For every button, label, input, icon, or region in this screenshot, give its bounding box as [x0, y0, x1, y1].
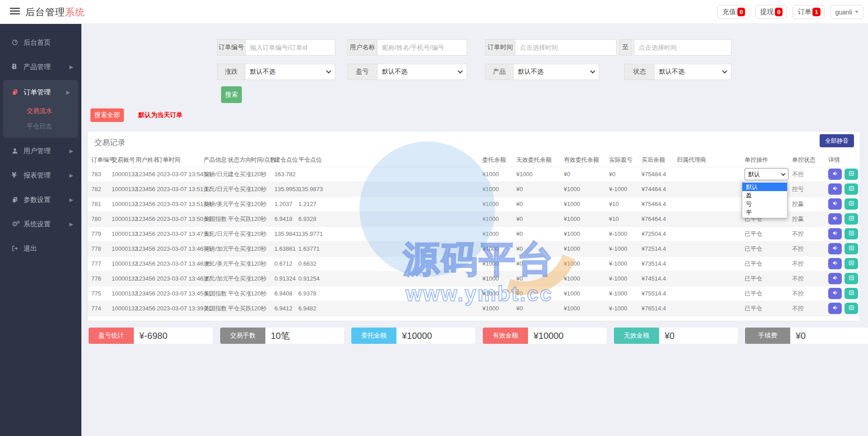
- cell-invalid: ¥0: [513, 211, 560, 226]
- search-all-button[interactable]: 搜索全部: [90, 108, 124, 122]
- mute-row-button[interactable]: [828, 213, 842, 225]
- chevron-down-icon: [326, 68, 331, 73]
- control-dropdown-list: 默认盈亏平: [742, 181, 788, 218]
- chevron-right-icon: ▶: [70, 221, 73, 227]
- cell-entrust: ¥1000: [479, 286, 513, 301]
- mute-row-button[interactable]: [828, 243, 842, 254]
- cell-account: 10000132: [108, 197, 132, 211]
- mute-row-button[interactable]: [828, 288, 842, 299]
- filter-select[interactable]: 默认不选: [377, 64, 467, 80]
- cell-profit: ¥-1000: [605, 301, 638, 316]
- mute-row-button[interactable]: [828, 183, 842, 195]
- cell-close_point: 0.6632: [295, 256, 479, 271]
- row-detail-button[interactable]: [844, 258, 858, 269]
- action-label: 提现: [760, 8, 774, 16]
- mute-all-button[interactable]: 全部静音: [820, 134, 854, 147]
- detail-icon: [848, 305, 855, 312]
- sidebar-item-8[interactable]: 退出: [0, 236, 81, 261]
- sidebar-item-6[interactable]: 参数设置▶: [0, 188, 81, 212]
- select-label: 涨跌: [217, 64, 245, 80]
- sidebar-subitem-1[interactable]: 交易流水: [3, 103, 78, 119]
- cell-agent: [673, 271, 741, 286]
- sidebar-item-5[interactable]: ¥报表管理▶: [0, 163, 81, 188]
- sidebar-item-3[interactable]: 订单管理▶: [3, 81, 78, 103]
- notification-badge: 0: [737, 8, 745, 16]
- sidebar-item-7[interactable]: ⚙⚙系统设置▶: [0, 212, 81, 236]
- summary-value: ¥-6980: [134, 328, 212, 344]
- order-no-input[interactable]: [245, 39, 335, 56]
- cell-duration: 120秒: [247, 167, 271, 182]
- header-actions: 充值0提现0订单1 guanli: [717, 5, 863, 19]
- row-detail-button[interactable]: [844, 288, 858, 299]
- page-title: 后台管理系统: [25, 6, 85, 19]
- cell-id: 778: [88, 241, 108, 256]
- table-row: 777100001321234562023-03-07 13:46:35澳元/美…: [88, 256, 860, 271]
- user-menu-button[interactable]: guanli: [830, 5, 863, 19]
- sidebar-subitem-2[interactable]: 平仓日志: [3, 119, 78, 134]
- header-action-button[interactable]: 提现0: [755, 5, 787, 19]
- mute-row-button[interactable]: [828, 228, 842, 239]
- cell-profit: ¥10: [605, 197, 638, 211]
- row-detail-button[interactable]: [844, 198, 858, 210]
- dropdown-option-2[interactable]: 盈: [742, 191, 787, 200]
- filter-select[interactable]: 默认不选: [245, 64, 335, 80]
- cell-time: 2023-03-07 13:46:45: [153, 241, 200, 256]
- cell-control-status: 控赢: [788, 211, 825, 226]
- chevron-down-icon: [590, 68, 595, 73]
- cell-agent: [673, 301, 741, 316]
- row-detail-button[interactable]: [844, 273, 858, 284]
- dropdown-option-3[interactable]: 亏: [742, 200, 787, 208]
- row-detail-button[interactable]: [844, 303, 858, 314]
- summary-value: ¥10000: [528, 328, 607, 344]
- cell-balance: ¥75464.4: [638, 197, 673, 211]
- header-action-button[interactable]: 订单1: [793, 5, 824, 19]
- cell-duration: 120秒: [247, 256, 271, 271]
- user-name-input[interactable]: [377, 39, 467, 56]
- search-button[interactable]: 搜索: [221, 86, 242, 103]
- row-detail-button[interactable]: [844, 169, 858, 180]
- cell-product: 美元/日元: [200, 182, 224, 197]
- cell-name: 123456: [132, 211, 153, 226]
- cell-balance: ¥76514.4: [638, 301, 673, 316]
- mute-row-button[interactable]: [828, 258, 842, 269]
- mute-row-button[interactable]: [828, 303, 842, 314]
- row-detail-button[interactable]: [844, 213, 858, 225]
- cell-detail: [825, 211, 860, 226]
- row-detail-button[interactable]: [844, 228, 858, 239]
- cell-profit: ¥-1000: [605, 226, 638, 241]
- hamburger-icon[interactable]: [10, 8, 20, 16]
- chevron-down-icon: [722, 68, 727, 73]
- cell-name: 123456: [132, 256, 153, 271]
- filter-select[interactable]: 默认不选: [654, 64, 731, 80]
- cell-control-status: 不控: [788, 167, 825, 182]
- mute-row-button[interactable]: [828, 169, 842, 180]
- cell-valid: ¥1000: [560, 256, 605, 271]
- sidebar-item-1[interactable]: 后台首页: [0, 30, 81, 55]
- dropdown-option-1[interactable]: 默认: [742, 183, 787, 191]
- sidebar-item-4[interactable]: 用户管理▶: [0, 139, 81, 163]
- sidebar-item-2[interactable]: Ƀ产品管理▶: [0, 55, 81, 79]
- column-header: 委托余额: [479, 153, 513, 167]
- filter-select[interactable]: 默认不选: [513, 64, 599, 80]
- cell-invalid: ¥0: [513, 197, 560, 211]
- cell-close_point: 1.2127: [295, 197, 479, 211]
- time-end-input[interactable]: [634, 39, 731, 56]
- cell-profit: ¥-1000: [605, 286, 638, 301]
- summary-group-2: 交易手数10笔: [220, 328, 344, 344]
- summary-label: 交易手数: [220, 328, 265, 344]
- mute-row-button[interactable]: [828, 273, 842, 284]
- dropdown-option-4[interactable]: 平: [742, 208, 787, 217]
- select-value: 默认不选: [250, 68, 275, 76]
- header-action-button[interactable]: 充值0: [717, 5, 749, 19]
- control-select[interactable]: 默认: [745, 168, 788, 180]
- cell-detail: [825, 256, 860, 271]
- chevron-down-icon: [781, 171, 786, 176]
- chevron-right-icon: ▶: [70, 173, 73, 178]
- row-detail-button[interactable]: [844, 243, 858, 254]
- mute-row-button[interactable]: [828, 198, 842, 210]
- chevron-down-icon: [855, 11, 859, 13]
- time-start-input[interactable]: [515, 39, 617, 56]
- table-row: 778100001321234562023-03-07 13:46:45英镑/加…: [88, 241, 860, 256]
- row-detail-button[interactable]: [844, 183, 858, 195]
- cell-product: 美国指数: [200, 211, 224, 226]
